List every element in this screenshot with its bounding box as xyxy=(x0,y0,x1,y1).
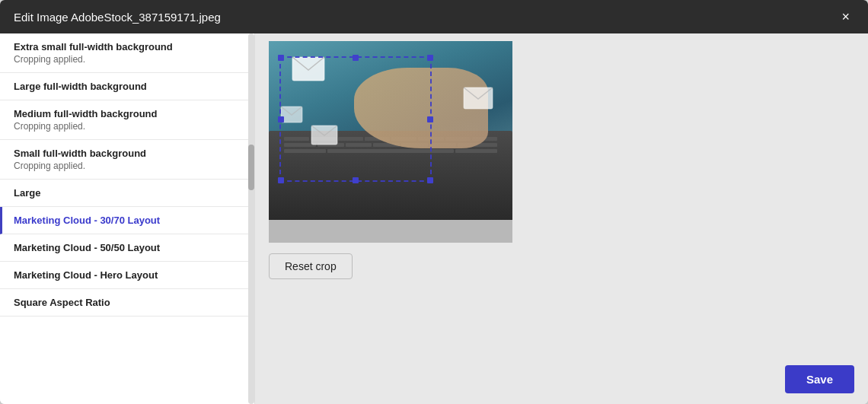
image-crop-container xyxy=(269,41,512,243)
scrollbar-thumb[interactable] xyxy=(248,145,254,190)
sidebar-item-title: Square Aspect Ratio xyxy=(14,297,241,308)
sidebar-item-marketing-cloud-3070[interactable]: Marketing Cloud - 30/70 Layout xyxy=(0,207,254,234)
image-preview xyxy=(269,41,512,220)
sidebar-item-title: Medium full-width background xyxy=(14,108,241,119)
scrollbar-track xyxy=(248,33,254,404)
crop-selection-box xyxy=(279,56,432,182)
sidebar-item-extra-small-full-width[interactable]: Extra small full-width background Croppi… xyxy=(0,33,254,73)
reset-crop-button[interactable]: Reset crop xyxy=(269,253,353,279)
sidebar-item-title: Small full-width background xyxy=(14,148,241,159)
crop-handle-bl[interactable] xyxy=(278,177,284,183)
sidebar-item-title: Large full-width background xyxy=(14,81,241,92)
save-button[interactable]: Save xyxy=(785,365,854,393)
sidebar-item-title: Marketing Cloud - Hero Layout xyxy=(14,269,241,281)
crop-handle-bm[interactable] xyxy=(353,177,359,183)
crop-handle-mr[interactable] xyxy=(427,116,433,122)
sidebar-item-title: Marketing Cloud - 50/50 Layout xyxy=(14,242,241,253)
sidebar-item-subtitle: Cropping applied. xyxy=(14,161,241,171)
envelope-icon-2 xyxy=(463,87,493,113)
sidebar-item-small-full-width[interactable]: Small full-width background Cropping app… xyxy=(0,140,254,180)
modal-body: Extra small full-width background Croppi… xyxy=(0,33,868,404)
sidebar-item-subtitle: Cropping applied. xyxy=(14,121,241,132)
sidebar-item-marketing-cloud-5050[interactable]: Marketing Cloud - 50/50 Layout xyxy=(0,234,254,262)
sidebar-item-marketing-cloud-hero[interactable]: Marketing Cloud - Hero Layout xyxy=(0,262,254,289)
main-content: Reset crop xyxy=(255,33,868,404)
crop-handle-tr[interactable] xyxy=(427,55,433,61)
sidebar-item-subtitle: Cropping applied. xyxy=(14,54,241,65)
sidebar-item-title: Extra small full-width background xyxy=(14,41,241,52)
modal-title: Edit Image AdobeStock_387159171.jpeg xyxy=(14,11,221,24)
sidebar-item-title: Large xyxy=(14,187,241,199)
modal-header: Edit Image AdobeStock_387159171.jpeg × xyxy=(0,0,868,33)
sidebar-item-medium-full-width[interactable]: Medium full-width background Cropping ap… xyxy=(0,100,254,140)
close-button[interactable]: × xyxy=(837,8,854,25)
crop-handle-br[interactable] xyxy=(427,177,433,183)
sidebar-item-large-full-width[interactable]: Large full-width background xyxy=(0,73,254,100)
crop-handle-tm[interactable] xyxy=(353,55,359,61)
sidebar: Extra small full-width background Croppi… xyxy=(0,33,255,404)
modal-dialog: Edit Image AdobeStock_387159171.jpeg × E… xyxy=(0,0,868,404)
crop-handle-tl[interactable] xyxy=(278,55,284,61)
modal-footer: Save xyxy=(785,365,854,393)
crop-handle-ml[interactable] xyxy=(278,116,284,122)
sidebar-item-square-aspect[interactable]: Square Aspect Ratio xyxy=(0,289,254,317)
image-grey-bar xyxy=(269,220,512,243)
sidebar-item-title: Marketing Cloud - 30/70 Layout xyxy=(14,215,241,226)
sidebar-item-large[interactable]: Large xyxy=(0,180,254,207)
